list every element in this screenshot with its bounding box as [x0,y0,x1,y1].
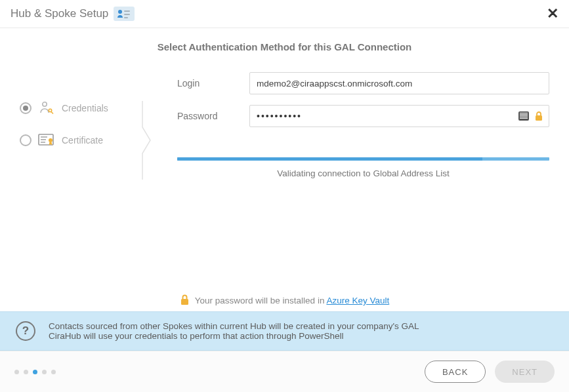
svg-point-0 [118,10,122,14]
auth-option-label: Credentials [62,103,108,113]
section-heading: Select Authentication Method for this GA… [20,41,549,52]
footer: BACK NEXT [0,351,569,392]
lock-icon [534,111,543,121]
svg-rect-1 [124,10,130,12]
login-label: Login [177,78,249,88]
svg-point-10 [49,138,53,142]
radio-icon [20,102,32,114]
auth-method-list: Credentials Certificate [20,72,151,311]
step-dot [14,370,19,374]
login-input[interactable] [249,72,549,94]
back-button[interactable]: BACK [425,361,486,383]
svg-rect-3 [124,17,128,18]
auth-option-label: Certificate [62,135,103,146]
key-vault-link[interactable]: Azure Key Vault [326,296,389,305]
titlebar: Hub & Spoke Setup ✕ [0,0,569,28]
credentials-icon [38,101,55,115]
page-title: Hub & Spoke Setup [11,7,108,20]
credentials-form: Login Password [151,72,549,311]
password-note-text: Your password will be installed in [195,296,327,305]
radio-icon [20,134,32,146]
password-input[interactable] [257,111,513,121]
titlebar-left: Hub & Spoke Setup [11,7,135,21]
help-icon[interactable]: ? [16,321,35,341]
keyboard-icon[interactable] [518,111,529,121]
progress-bar [177,157,549,161]
svg-rect-2 [124,14,130,15]
next-button[interactable]: NEXT [495,361,555,383]
progress-label: Validating connection to Global Address … [177,168,549,178]
step-indicator [14,370,56,374]
content: Select Authentication Method for this GA… [0,28,569,311]
divider-notch [142,101,151,180]
lock-icon [180,294,190,307]
password-note: Your password will be installed in Azure… [0,294,569,307]
step-dot [51,370,56,374]
close-icon[interactable]: ✕ [547,7,558,21]
certificate-icon [38,134,55,147]
svg-rect-12 [181,299,188,305]
svg-point-5 [49,109,51,111]
info-band: ? Contacts sourced from other Spokes wit… [0,311,569,351]
step-dot [24,370,28,374]
info-line-2: CiraHub will use your credentials to per… [49,331,419,341]
svg-point-4 [43,102,47,106]
step-dot [42,370,47,374]
step-dot-active [33,370,37,374]
progress-area: Validating connection to Global Address … [177,157,549,178]
auth-option-credentials[interactable]: Credentials [20,101,150,115]
auth-option-certificate[interactable]: Certificate [20,134,150,147]
svg-rect-11 [536,115,542,121]
info-line-1: Contacts sourced from other Spokes withi… [49,321,419,331]
password-label: Password [177,111,249,121]
setup-badge-icon [114,7,135,21]
